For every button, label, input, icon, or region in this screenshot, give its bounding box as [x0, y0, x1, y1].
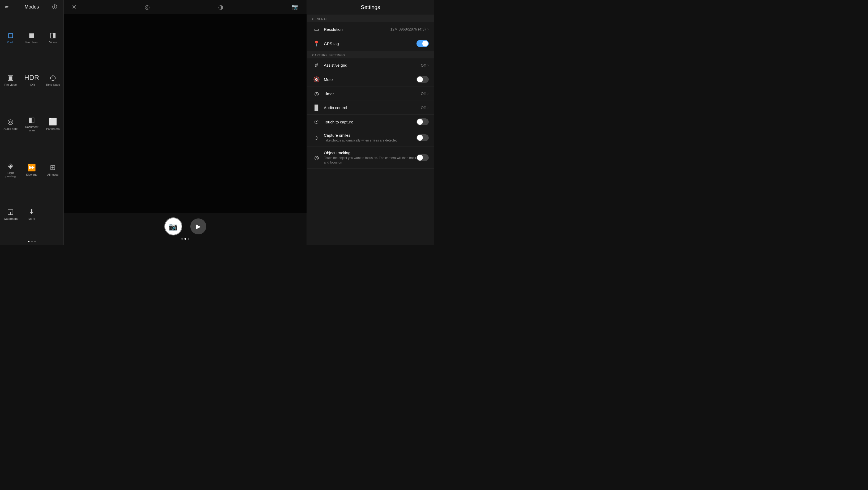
mute-toggle[interactable] — [416, 76, 429, 83]
edit-icon[interactable]: ✏ — [5, 4, 11, 10]
camera-toolbar: ✕◎◑📷 — [64, 0, 307, 14]
audio-control-icon: ▐▌ — [312, 104, 321, 111]
slow-mo-label: Slow-mo — [26, 173, 37, 177]
settings-scroll[interactable]: GENERAL▭Resolution12M 3968x2976 (4:3)›📍G… — [307, 15, 434, 245]
resolution-name: Resolution — [324, 27, 391, 32]
resolution-value: 12M 3968x2976 (4:3) — [391, 27, 426, 31]
assistive-grid-icon: # — [312, 62, 321, 68]
object-tracking-sub: Touch the object you want to focus on. T… — [324, 156, 416, 165]
settings-item-object-tracking[interactable]: ◎Object trackingTouch the object you wan… — [307, 147, 434, 169]
video-icon: ▶ — [196, 223, 201, 230]
shutter-icon: 📷 — [168, 222, 178, 231]
light-painting-icon: ◈ — [8, 162, 13, 169]
mode-item-photo[interactable]: ◻Photo — [0, 17, 21, 59]
modes-panel: ✏ Modes ⓘ ◻Photo◼Pro photo◨Video▣Pro vid… — [0, 0, 64, 245]
pro-photo-label: Pro photo — [26, 41, 38, 44]
toolbar-settings-cam-icon[interactable]: 📷 — [291, 4, 299, 11]
camera-panel: ✕◎◑📷 📷 ▶ — [64, 0, 307, 245]
settings-item-timer[interactable]: ◷TimerOff› — [307, 87, 434, 101]
mute-content: Mute — [324, 77, 416, 82]
gps-tag-toggle-knob — [422, 41, 428, 47]
video-button[interactable]: ▶ — [190, 218, 206, 234]
gps-tag-toggle[interactable] — [416, 40, 429, 47]
resolution-icon: ▭ — [312, 26, 321, 32]
camera-controls: 📷 ▶ — [64, 213, 307, 245]
watermark-icon: ◱ — [7, 208, 14, 215]
assistive-grid-arrow: › — [427, 63, 429, 68]
timelapse-label: Time-lapse — [45, 83, 60, 87]
mute-name: Mute — [324, 77, 416, 82]
audio-note-icon: ◎ — [7, 118, 13, 125]
settings-item-resolution[interactable]: ▭Resolution12M 3968x2976 (4:3)› — [307, 22, 434, 36]
timer-arrow: › — [427, 91, 429, 96]
document-scan-label: Document scan — [23, 125, 40, 132]
settings-title: Settings — [361, 4, 380, 10]
modes-dots — [0, 238, 63, 245]
mode-item-panorama[interactable]: ⬜Panorama — [42, 101, 63, 147]
mode-item-document-scan[interactable]: ◧Document scan — [21, 101, 42, 147]
mode-item-hdr[interactable]: HDRHDR — [21, 59, 42, 102]
toolbar-hdr-toggle-icon[interactable]: ◑ — [218, 4, 223, 11]
settings-item-mute[interactable]: 🔇Mute — [307, 72, 434, 87]
modes-grid: ◻Photo◼Pro photo◨Video▣Pro videoHDRHDR◷T… — [0, 14, 63, 238]
object-tracking-toggle-knob — [417, 155, 423, 161]
settings-section-general: GENERAL — [307, 15, 434, 22]
audio-control-name: Audio control — [324, 105, 421, 110]
gps-tag-content: GPS tag — [324, 41, 416, 46]
mode-item-light-painting[interactable]: ◈Light painting — [0, 147, 21, 193]
mode-item-all-focus[interactable]: ⊞All-focus — [42, 147, 63, 193]
light-painting-label: Light painting — [2, 171, 19, 178]
settings-item-touch-to-capture[interactable]: ☉Touch to capture — [307, 115, 434, 129]
capture-smiles-toggle[interactable] — [416, 134, 429, 141]
object-tracking-name: Object tracking — [324, 151, 416, 155]
video-label: Video — [49, 41, 57, 44]
camera-dot-0 — [181, 238, 183, 240]
settings-item-assistive-grid[interactable]: #Assistive gridOff› — [307, 58, 434, 72]
object-tracking-content: Object trackingTouch the object you want… — [324, 151, 416, 165]
mode-item-video[interactable]: ◨Video — [42, 17, 63, 59]
mode-item-timelapse[interactable]: ◷Time-lapse — [42, 59, 63, 102]
mode-item-pro-video[interactable]: ▣Pro video — [0, 59, 21, 102]
info-icon[interactable]: ⓘ — [52, 4, 59, 10]
viewfinder — [64, 14, 307, 213]
capture-smiles-toggle-knob — [417, 135, 423, 141]
modes-title: Modes — [11, 4, 52, 10]
mute-icon: 🔇 — [312, 76, 321, 83]
slow-mo-icon: ⏩ — [27, 164, 36, 171]
toolbar-beauty-icon[interactable]: ◎ — [145, 4, 150, 11]
settings-panel: Settings GENERAL▭Resolution12M 3968x2976… — [307, 0, 434, 245]
document-scan-icon: ◧ — [28, 116, 35, 123]
panorama-icon: ⬜ — [49, 118, 57, 125]
resolution-content: Resolution — [324, 27, 391, 32]
pro-video-label: Pro video — [4, 83, 17, 87]
settings-item-capture-smiles[interactable]: ☺Capture smilesTake photos automatically… — [307, 129, 434, 147]
assistive-grid-content: Assistive grid — [324, 63, 421, 67]
capture-smiles-sub: Take photos automatically when smiles ar… — [324, 138, 416, 143]
audio-control-content: Audio control — [324, 105, 421, 110]
modes-dot-0 — [28, 241, 29, 242]
more-label: More — [28, 217, 35, 221]
all-focus-label: All-focus — [47, 173, 58, 177]
gps-tag-icon: 📍 — [312, 40, 321, 47]
settings-header: Settings — [307, 0, 434, 15]
touch-to-capture-toggle-knob — [417, 119, 423, 125]
toolbar-flash-icon[interactable]: ✕ — [72, 4, 76, 11]
all-focus-icon: ⊞ — [50, 164, 56, 171]
photo-icon: ◻ — [8, 32, 13, 38]
settings-item-audio-control[interactable]: ▐▌Audio controlOff› — [307, 101, 434, 115]
audio-note-label: Audio note — [4, 127, 18, 131]
resolution-arrow: › — [427, 27, 429, 32]
shutter-button[interactable]: 📷 — [164, 217, 182, 236]
gps-tag-name: GPS tag — [324, 41, 416, 46]
mode-item-slow-mo[interactable]: ⏩Slow-mo — [21, 147, 42, 193]
capture-smiles-icon: ☺ — [312, 135, 321, 141]
mode-item-watermark[interactable]: ◱Watermark — [0, 193, 21, 236]
mode-item-pro-photo[interactable]: ◼Pro photo — [21, 17, 42, 59]
mode-item-more[interactable]: ⬇More — [21, 193, 42, 236]
more-icon: ⬇ — [29, 208, 34, 215]
object-tracking-toggle[interactable] — [416, 154, 429, 161]
camera-dot-1 — [184, 238, 186, 240]
mode-item-audio-note[interactable]: ◎Audio note — [0, 101, 21, 147]
settings-item-gps-tag[interactable]: 📍GPS tag — [307, 36, 434, 51]
touch-to-capture-toggle[interactable] — [416, 118, 429, 125]
